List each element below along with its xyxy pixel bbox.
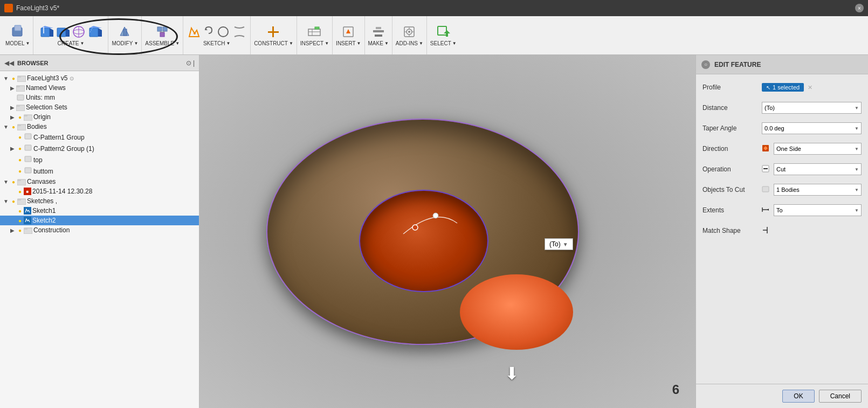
sketch1-visibility[interactable]: ● (16, 207, 24, 215)
svg-point-68 (412, 225, 418, 230)
operation-dropdown-arrow: ▼ (855, 167, 859, 172)
tooltip-dropdown-arrow[interactable]: ▼ (563, 241, 568, 247)
construction-visibility[interactable]: ● (16, 226, 24, 234)
origin-expand[interactable]: ▶ (9, 113, 16, 121)
taper-angle-dropdown[interactable]: 0.0 deg ▼ (762, 122, 862, 134)
toolbar-group-select[interactable]: SELECT ▼ (427, 16, 460, 54)
objects-to-cut-label: Objects To Cut (702, 186, 762, 193)
operation-label: Operation (702, 165, 762, 173)
close-button[interactable]: × (855, 4, 864, 12)
canvases-visibility[interactable]: ● (10, 178, 17, 185)
top-visibility[interactable]: ● (16, 156, 24, 164)
svg-rect-1 (15, 25, 21, 31)
canvases-expand[interactable]: ▼ (2, 178, 10, 185)
sketches-label: Sketches , (27, 197, 57, 205)
sketch-dropdown-arrow: ▼ (226, 41, 230, 46)
sketch-undo-icon (203, 24, 215, 36)
browser-item-bodies[interactable]: ▼ ● Bodies (0, 122, 199, 132)
toolbar-group-modify[interactable]: MODIFY ▼ (108, 16, 142, 54)
toolbar-group-create[interactable]: CREATE ▼ (33, 16, 108, 54)
units-icon (16, 94, 25, 101)
extents-icon (762, 206, 769, 215)
browser-item-sketches[interactable]: ▼ ● Sketches , (0, 196, 199, 206)
browser-item-construction[interactable]: ▶ ● Construction (0, 225, 199, 235)
svg-rect-45 (17, 76, 21, 78)
match-shape-icon[interactable] (762, 225, 773, 237)
construction-expand[interactable]: ▶ (9, 226, 16, 234)
toolbar-group-insert[interactable]: INSERT ▼ (333, 16, 364, 54)
objects-to-cut-dropdown[interactable]: 1 Bodies ▼ (774, 184, 862, 196)
svg-rect-18 (160, 32, 164, 37)
browser-header: ◀◀ BROWSER ⊙ | (0, 55, 199, 71)
toolbar-group-sketch[interactable]: SKETCH ▼ (183, 16, 251, 54)
objects-to-cut-dropdown-arrow: ▼ (855, 188, 859, 192)
edit-feature-icon: ○ (701, 60, 710, 69)
browser-item-cpattern2[interactable]: ▶ ● C-Pattern2 Group (1) (0, 143, 199, 154)
top-label: top (33, 156, 43, 164)
root-expand-button[interactable]: ▼ (2, 74, 10, 82)
profile-clear-button[interactable]: ✕ (806, 84, 814, 91)
create-extrude-icon (39, 24, 54, 39)
addins-icon (402, 24, 417, 39)
bodies-expand[interactable]: ▼ (2, 123, 10, 130)
sketches-expand[interactable]: ▼ (2, 197, 10, 205)
svg-rect-52 (24, 115, 27, 116)
ok-button[interactable]: OK (782, 390, 814, 403)
toolbar-group-model[interactable]: MODEL ▼ (2, 16, 33, 54)
model-label: MODEL (5, 40, 25, 46)
root-visibility-icon[interactable]: ● (10, 74, 17, 82)
distance-dropdown[interactable]: (To) ▼ (762, 102, 862, 114)
toolbar-group-make[interactable]: MAKE ▼ (365, 16, 392, 54)
tooltip-value: (To) (549, 240, 561, 248)
svg-rect-56 (25, 145, 31, 150)
canvas1-visibility[interactable]: ● (16, 188, 24, 195)
operation-dropdown[interactable]: Cut ▼ (774, 163, 862, 175)
browser-item-cpattern1[interactable]: ● C-Pattern1 Group (0, 132, 199, 143)
toolbar-group-addins[interactable]: ADD-INS ▼ (392, 16, 427, 54)
buttom-body-icon (24, 167, 32, 176)
toolbar-group-construct[interactable]: CONSTRUCT ▼ (251, 16, 297, 54)
bodies-visibility[interactable]: ● (10, 123, 17, 130)
modify-icon (118, 24, 133, 39)
modify-dropdown-arrow: ▼ (134, 41, 138, 46)
cancel-button[interactable]: Cancel (819, 390, 862, 403)
viewport[interactable]: ⬇ (To) ▼ 6 (199, 55, 695, 408)
svg-rect-25 (272, 26, 274, 37)
cpattern2-visibility[interactable]: ● (16, 145, 24, 153)
browser-item-named-views[interactable]: ▶ Named Views (0, 83, 199, 93)
sketch-trim-icon (232, 24, 247, 39)
inner-top-surface (460, 274, 573, 350)
browser-item-origin[interactable]: ▶ ● Origin (0, 112, 199, 122)
edit-feature-footer: OK Cancel (696, 384, 868, 408)
browser-item-top[interactable]: ● top (0, 154, 199, 165)
browser-item-canvas1[interactable]: ● ■ 2015-11-14 12.30.28 (0, 186, 199, 196)
direction-dropdown[interactable]: One Side ▼ (774, 143, 862, 155)
sketches-visibility[interactable]: ● (10, 197, 17, 205)
browser-item-sketch1[interactable]: ● Sketch1 (0, 206, 199, 216)
buttom-visibility[interactable]: ● (16, 168, 24, 175)
browser-menu-button[interactable]: ⊙ | (186, 59, 195, 67)
extents-dropdown[interactable]: To ▼ (774, 204, 862, 216)
browser-item-canvases[interactable]: ▼ ● Canvases (0, 177, 199, 186)
cpattern2-expand[interactable]: ▶ (9, 145, 16, 153)
model-tooltip[interactable]: (To) ▼ (545, 238, 573, 250)
cpattern1-visibility[interactable]: ● (16, 134, 24, 141)
svg-point-21 (194, 32, 196, 34)
sketch2-label: Sketch2 (32, 217, 56, 224)
browser-item-sketch2[interactable]: ● Sketch2 (0, 216, 199, 225)
browser-item-units[interactable]: Units: mm (0, 93, 199, 102)
origin-visibility[interactable]: ● (16, 113, 24, 121)
svg-rect-11 (89, 28, 98, 37)
browser-item-selection-sets[interactable]: ▶ Selection Sets (0, 102, 199, 112)
browser-collapse-button[interactable]: ◀◀ (4, 59, 14, 67)
profile-selected-badge[interactable]: ↖ 1 selected (762, 83, 804, 92)
sketch2-visibility[interactable]: ● (16, 217, 24, 224)
selection-sets-expand[interactable]: ▶ (9, 103, 16, 111)
distance-label: Distance (702, 104, 762, 112)
named-views-expand[interactable]: ▶ (9, 84, 16, 92)
toolbar-group-assemble[interactable]: ASSEMBLE ▼ (142, 16, 183, 54)
toolbar-group-inspect[interactable]: INSPECT ▼ (297, 16, 333, 54)
browser-item-buttom[interactable]: ● buttom (0, 165, 199, 177)
modify-label: MODIFY (112, 40, 133, 46)
browser-root-item[interactable]: ▼ ● FaceLight3 v5 ⊙ (0, 73, 199, 83)
